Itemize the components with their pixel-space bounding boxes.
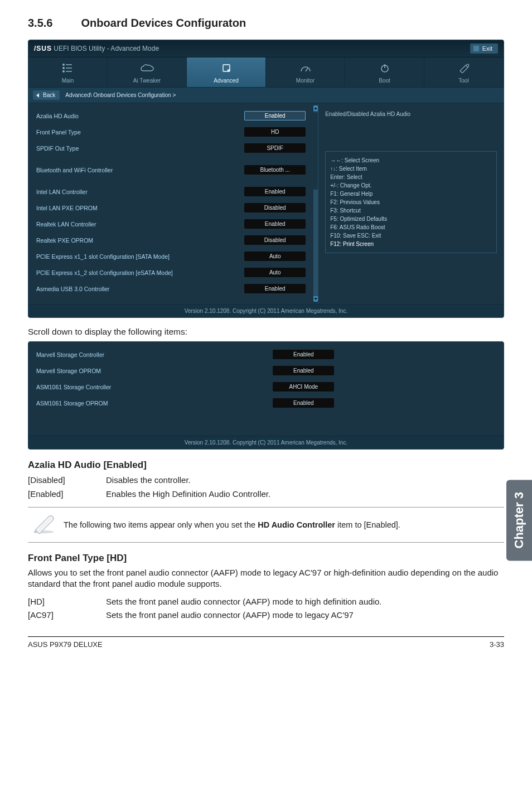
def-desc: Sets the front panel audio connector (AA…	[106, 596, 381, 608]
value-marvell-ctrl[interactable]: Enabled	[273, 350, 334, 359]
breadcrumb-row: Back Advanced\ Onboard Devices Configura…	[28, 88, 504, 103]
row-realtek-pxe[interactable]: Realtek PXE OPROMDisabled	[28, 232, 313, 248]
note-text: The following two items appear only when…	[64, 519, 400, 530]
bios-version-footer: Version 2.10.1208. Copyright (C) 2011 Am…	[28, 304, 504, 317]
scroll-down-button[interactable]	[313, 296, 318, 302]
tab-main[interactable]: Main	[28, 57, 108, 88]
svg-point-4	[62, 71, 64, 72]
row-azalia[interactable]: Azalia HD AudioEnabled	[28, 108, 313, 124]
note-text-post: item to [Enabled].	[335, 520, 400, 529]
bios-options-panel: Azalia HD AudioEnabled Front Panel TypeH…	[28, 103, 313, 304]
value-marvell-oprom[interactable]: Enabled	[273, 366, 334, 375]
label-intel-pxe: Intel LAN PXE OPROM	[36, 205, 244, 211]
row-asmedia[interactable]: Asmedia USB 3.0 ControllerEnabled	[28, 281, 313, 297]
row-bt-wifi[interactable]: Bluetooth and WiFi ControllerBluetooth .…	[28, 162, 313, 178]
row-pcie1[interactable]: PCIE Express x1_1 slot Configuration [SA…	[28, 248, 313, 264]
value-pcie1[interactable]: Auto	[244, 252, 306, 261]
note-text-pre: The following two items appear only when…	[64, 520, 258, 529]
tab-monitor-label: Monitor	[296, 78, 315, 84]
value-bt-wifi[interactable]: Bluetooth ...	[244, 165, 306, 175]
row-intel-lan[interactable]: Intel LAN ControllerEnabled	[28, 183, 313, 200]
def-desc: Sets the front panel audio connector (AA…	[106, 609, 354, 622]
row-pcie2[interactable]: PCIE Express x1_2 slot Configuration [eS…	[28, 264, 313, 281]
row-marvell-ctrl[interactable]: Marvell Storage ControllerEnabled	[28, 346, 342, 363]
key-help-line: →←: Select Screen	[330, 156, 492, 165]
footer-left: ASUS P9X79 DELUXE	[28, 640, 103, 649]
value-front-panel[interactable]: HD	[244, 127, 306, 137]
key-help-line: ↑↓: Select Item	[330, 165, 492, 173]
tab-boot-label: Boot	[379, 78, 390, 84]
key-help-line: F2: Previous Values	[330, 198, 492, 206]
tab-advanced[interactable]: Advanced	[187, 57, 266, 88]
label-asmedia: Asmedia USB 3.0 Controller	[36, 286, 244, 292]
gauge-icon	[266, 63, 345, 75]
tab-monitor[interactable]: Monitor	[266, 57, 345, 88]
key-help-line: Enter: Select	[330, 173, 492, 181]
tab-tool-label: Tool	[458, 78, 468, 84]
bios-window-scroll: Marvell Storage ControllerEnabled Marvel…	[28, 341, 504, 450]
value-realtek-lan[interactable]: Enabled	[244, 219, 306, 229]
scroll-thumb[interactable]	[313, 112, 318, 190]
def-term: [HD]	[28, 596, 106, 608]
bios-help-panel: Enabled/Disabled Azalia HD Audio →←: Sel…	[318, 103, 504, 304]
key-help-line: +/-: Change Opt.	[330, 181, 492, 190]
bios-window: /SUS UEFI BIOS Utility - Advanced Mode E…	[28, 40, 504, 318]
value-intel-lan[interactable]: Enabled	[244, 187, 306, 196]
label-realtek-lan: Realtek LAN Controller	[36, 221, 244, 228]
tab-boot[interactable]: Boot	[345, 57, 424, 88]
key-help-line: F6: ASUS Ratio Boost	[330, 223, 492, 231]
row-marvell-oprom[interactable]: Marvell Storage OPROMEnabled	[28, 363, 342, 379]
value-intel-pxe[interactable]: Disabled	[244, 203, 306, 212]
front-panel-heading: Front Panel Type [HD]	[28, 553, 504, 564]
label-realtek-pxe: Realtek PXE OPROM	[36, 237, 244, 244]
label-azalia: Azalia HD Audio	[36, 113, 244, 119]
scroll-up-button[interactable]	[313, 105, 318, 111]
row-spdif[interactable]: SPDIF Out TypeSPDIF	[28, 140, 313, 156]
value-realtek-pxe[interactable]: Disabled	[244, 235, 306, 245]
bios-options-panel-2: Marvell Storage ControllerEnabled Marvel…	[28, 342, 342, 436]
azalia-deflist: [Disabled]Disables the controller. [Enab…	[28, 474, 504, 500]
value-spdif[interactable]: SPDIF	[244, 143, 306, 153]
page-footer: ASUS P9X79 DELUXE 3-33	[28, 636, 504, 649]
list-icon	[28, 63, 107, 75]
row-asm-ctrl[interactable]: ASM1061 Storage ControllerAHCI Mode	[28, 379, 342, 395]
svg-point-2	[62, 67, 64, 69]
bios-brand: /SUS UEFI BIOS Utility - Advanced Mode	[34, 45, 159, 52]
section-title: Onboard Devices Configuraton	[81, 17, 246, 29]
note-pen-icon	[31, 513, 56, 537]
help-text: Enabled/Disabled Azalia HD Audio	[325, 109, 497, 148]
value-asmedia[interactable]: Enabled	[244, 284, 306, 293]
chip-icon	[187, 63, 265, 75]
azalia-heading: Azalia HD Audio [Enabled]	[28, 460, 504, 471]
bios-scrollbar[interactable]	[313, 107, 318, 301]
row-asm-oprom[interactable]: ASM1061 Storage OPROMEnabled	[28, 395, 342, 411]
exit-button[interactable]: Exit	[470, 44, 498, 54]
tab-tool[interactable]: Tool	[424, 57, 504, 88]
tab-ai-tweaker[interactable]: Ai Tweaker	[108, 57, 187, 88]
row-intel-pxe[interactable]: Intel LAN PXE OPROMDisabled	[28, 200, 313, 216]
footer-right: 3-33	[490, 640, 504, 649]
value-azalia[interactable]: Enabled	[244, 111, 306, 120]
label-marvell-ctrl: Marvell Storage Controller	[36, 351, 273, 358]
bios-tabs: Main Ai Tweaker Advanced Monitor Boot	[28, 57, 504, 88]
cloud-icon	[108, 63, 186, 75]
chapter-side-tab: Chapter 3	[506, 480, 532, 561]
row-front-panel[interactable]: Front Panel TypeHD	[28, 124, 313, 140]
value-pcie2[interactable]: Auto	[244, 268, 306, 277]
tool-icon	[424, 63, 503, 75]
value-asm-oprom[interactable]: Enabled	[273, 398, 334, 408]
label-spdif: SPDIF Out Type	[36, 145, 244, 152]
label-pcie2: PCIE Express x1_2 slot Configuration [eS…	[36, 269, 244, 276]
bios-version-footer-2: Version 2.10.1208. Copyright (C) 2011 Am…	[28, 436, 504, 449]
section-number: 3.5.6	[28, 17, 78, 30]
tab-ai-tweaker-label: Ai Tweaker	[133, 78, 161, 84]
row-realtek-lan[interactable]: Realtek LAN ControllerEnabled	[28, 216, 313, 232]
value-asm-ctrl[interactable]: AHCI Mode	[273, 382, 334, 392]
label-marvell-oprom: Marvell Storage OPROM	[36, 368, 273, 374]
breadcrumb: Advanced\ Onboard Devices Configuration …	[65, 92, 176, 98]
front-panel-deflist: [HD]Sets the front panel audio connector…	[28, 596, 504, 622]
def-desc: Disables the controller.	[106, 474, 191, 487]
bios-titlebar: /SUS UEFI BIOS Utility - Advanced Mode E…	[28, 40, 504, 57]
label-bt-wifi: Bluetooth and WiFi Controller	[36, 167, 244, 173]
back-button[interactable]: Back	[33, 90, 60, 100]
